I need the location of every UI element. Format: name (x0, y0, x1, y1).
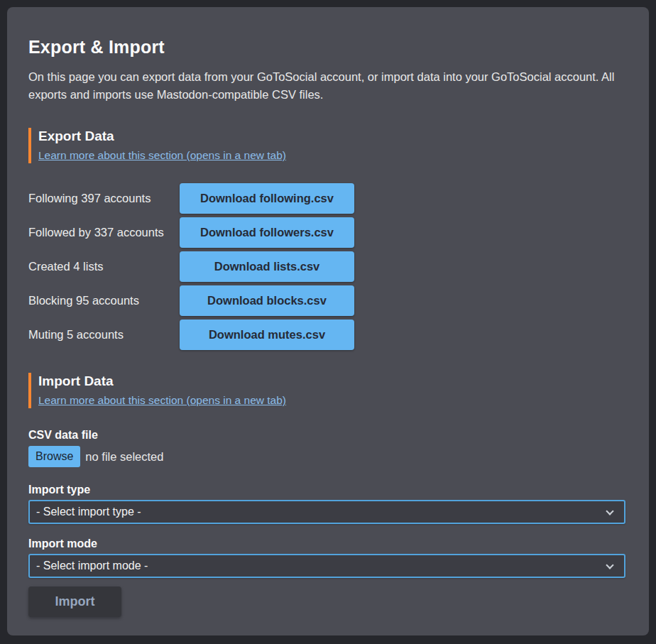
export-section-title: Export Data (38, 128, 628, 145)
csv-file-input: Browse no file selected (28, 446, 628, 467)
file-status-text: no file selected (85, 450, 163, 464)
import-mode-select[interactable]: - Select import mode - (28, 554, 625, 578)
export-import-panel: Export & Import On this page you can exp… (7, 7, 649, 635)
chevron-down-icon (606, 507, 613, 515)
export-row-lists: Created 4 lists Download lists.csv (28, 251, 628, 282)
export-section-header: Export Data Learn more about this sectio… (28, 128, 628, 163)
followers-count-label: Followed by 337 accounts (28, 226, 180, 239)
import-learn-more-link[interactable]: Learn more about this section (opens in … (38, 393, 286, 408)
export-rows: Following 397 accounts Download followin… (28, 183, 628, 350)
download-blocks-button[interactable]: Download blocks.csv (180, 285, 354, 316)
page-title: Export & Import (28, 36, 628, 58)
download-lists-button[interactable]: Download lists.csv (180, 251, 354, 282)
export-row-mutes: Muting 5 accounts Download mutes.csv (28, 320, 628, 350)
import-mode-selected-value: - Select import mode - (36, 560, 148, 572)
export-row-followers: Followed by 337 accounts Download follow… (28, 217, 628, 248)
download-following-button[interactable]: Download following.csv (180, 183, 354, 214)
browse-button[interactable]: Browse (28, 446, 80, 467)
lists-count-label: Created 4 lists (28, 260, 180, 273)
import-mode-label: Import mode (28, 537, 628, 551)
import-section-title: Import Data (38, 373, 628, 390)
import-type-selected-value: - Select import type - (36, 506, 141, 518)
export-row-blocks: Blocking 95 accounts Download blocks.csv (28, 285, 628, 316)
csv-file-label: CSV data file (28, 428, 628, 442)
import-section-header: Import Data Learn more about this sectio… (28, 373, 628, 408)
import-submit-button[interactable]: Import (28, 586, 121, 617)
download-followers-button[interactable]: Download followers.csv (180, 217, 354, 248)
blocks-count-label: Blocking 95 accounts (28, 294, 180, 307)
page-description: On this page you can export data from yo… (28, 68, 628, 104)
import-type-label: Import type (28, 483, 628, 497)
download-mutes-button[interactable]: Download mutes.csv (180, 320, 354, 350)
following-count-label: Following 397 accounts (28, 192, 180, 205)
export-learn-more-link[interactable]: Learn more about this section (opens in … (38, 148, 286, 163)
export-row-following: Following 397 accounts Download followin… (28, 183, 628, 214)
import-type-select[interactable]: - Select import type - (28, 500, 625, 524)
chevron-down-icon (606, 561, 613, 569)
mutes-count-label: Muting 5 accounts (28, 328, 180, 342)
